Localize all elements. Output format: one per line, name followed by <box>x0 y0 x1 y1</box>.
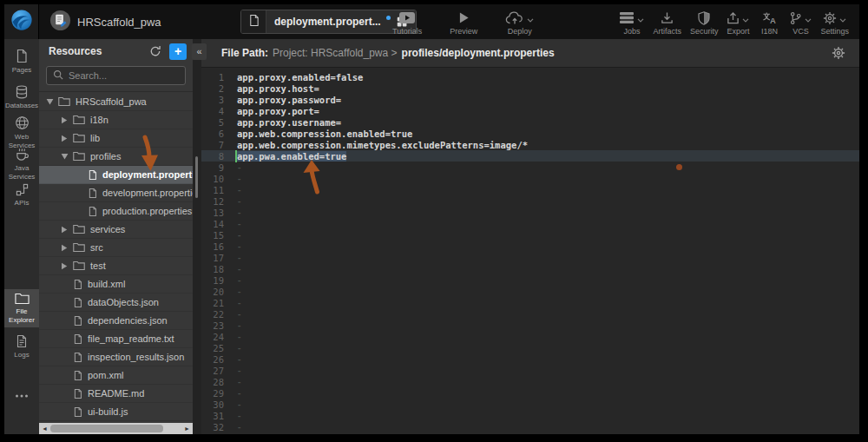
horizontal-scrollbar-thumb[interactable] <box>50 425 163 432</box>
code-line-23[interactable]: 23- <box>201 320 859 331</box>
project-switcher[interactable]: HRScaffold_pwa <box>49 4 161 39</box>
code-line-15[interactable]: 15- <box>201 229 859 241</box>
sidebar-item-logs[interactable]: Logs <box>4 331 39 363</box>
code-line-24[interactable]: 24- <box>201 331 859 342</box>
code-line-2[interactable]: 2app.proxy.host= <box>201 82 859 94</box>
tree-item-lib[interactable]: lib <box>39 129 193 148</box>
code-line-19[interactable]: 19- <box>201 274 859 286</box>
refresh-icon[interactable] <box>149 45 161 57</box>
deploy-button[interactable]: Deploy <box>505 10 534 36</box>
code-area[interactable]: 1app.proxy.enabled=false2app.proxy.host=… <box>201 68 859 434</box>
code-text: app.proxy.enabled=false <box>237 72 363 82</box>
code-line-6[interactable]: 6app.web.compression.enabled=true <box>201 128 859 139</box>
code-line-14[interactable]: 14- <box>201 218 859 229</box>
code-line-1[interactable]: 1app.proxy.enabled=false <box>201 71 859 82</box>
artifacts-button[interactable]: Artifacts <box>653 10 681 36</box>
resource-search[interactable] <box>46 66 186 85</box>
tree-item-test[interactable]: test <box>39 257 193 275</box>
settings-button[interactable]: Settings <box>820 10 849 36</box>
code-line-9[interactable]: 9- <box>201 162 859 173</box>
caret-right-icon[interactable] <box>61 262 73 270</box>
collapse-panel-button[interactable]: « <box>192 43 207 60</box>
page-icon <box>15 49 29 63</box>
sidebar-item-apis[interactable]: APIs <box>4 180 39 211</box>
jobs-button[interactable]: Jobs <box>619 10 644 36</box>
code-line-12[interactable]: 12- <box>201 195 859 207</box>
code-line-8[interactable]: 8app.pwa.enabled=true <box>201 150 859 162</box>
code-line-30[interactable]: 30- <box>201 399 859 410</box>
scroll-left-arrow-icon[interactable]: ◄ <box>39 423 50 434</box>
code-line-10[interactable]: 10- <box>201 173 859 184</box>
code-line-28[interactable]: 28- <box>201 376 859 387</box>
code-line-5[interactable]: 5app.proxy.username= <box>201 116 859 128</box>
sidebar-item-pages[interactable]: Pages <box>4 45 39 78</box>
file-tab-type-icon[interactable] <box>241 10 266 33</box>
tree-item-ui-build-js[interactable]: ui-build.js <box>39 403 193 421</box>
search-input[interactable] <box>69 70 179 81</box>
caret-right-icon[interactable] <box>61 116 73 124</box>
line-number: 22 <box>201 309 224 320</box>
line-number: 21 <box>201 298 224 308</box>
tree-item-src[interactable]: src <box>39 239 193 257</box>
tree-item-build-xml[interactable]: build.xml <box>39 275 193 294</box>
tree-item-hrscaffold-pwa[interactable]: HRScaffold_pwa <box>39 93 193 111</box>
tree-item-i18n[interactable]: i18n <box>39 111 193 129</box>
code-line-3[interactable]: 3app.proxy.password= <box>201 94 859 105</box>
tree-horizontal-scrollbar[interactable]: ◄ ► <box>39 423 193 434</box>
security-button[interactable]: Security <box>690 10 719 36</box>
code-line-18[interactable]: 18- <box>201 263 859 274</box>
line-number: 14 <box>201 219 224 229</box>
empty-line-marker: - <box>237 276 241 285</box>
sidebar-item-file-explorer[interactable]: File Explorer <box>4 289 39 327</box>
editor-settings-gear-icon[interactable] <box>832 46 845 60</box>
tree-item-production-properties[interactable]: production.properties <box>39 202 193 221</box>
empty-line-marker: - <box>237 242 241 251</box>
app-logo[interactable] <box>4 4 39 39</box>
code-line-29[interactable]: 29- <box>201 387 859 399</box>
tree-item-inspection-results-json[interactable]: inspection_results.json <box>39 348 193 366</box>
tree-item-dataobjects-json[interactable]: dataObjects.json <box>39 294 193 312</box>
code-line-33[interactable]: 33- <box>201 432 859 434</box>
code-line-21[interactable]: 21- <box>201 297 859 308</box>
preview-button[interactable]: Preview <box>450 10 477 36</box>
sidebar-item-databases[interactable]: Databases <box>4 82 39 114</box>
code-line-20[interactable]: 20- <box>201 286 859 297</box>
tree-item-pom-xml[interactable]: pom.xml <box>39 366 193 385</box>
code-line-16[interactable]: 16- <box>201 241 859 252</box>
vcs-button[interactable]: VCS <box>789 10 812 36</box>
tree-item-dependencies-json[interactable]: dependencies.json <box>39 312 193 330</box>
tree-item-development-properties[interactable]: development.properties <box>39 184 193 202</box>
code-line-7[interactable]: 7app.web.compression.mimetypes.excludePa… <box>201 139 859 150</box>
code-line-11[interactable]: 11- <box>201 184 859 195</box>
sidebar-item-label: Databases <box>4 102 39 110</box>
tree-item-file-map-readme-txt[interactable]: file_map_readme.txt <box>39 330 193 348</box>
caret-right-icon[interactable] <box>61 135 73 142</box>
code-line-22[interactable]: 22- <box>201 308 859 320</box>
tree-item-profiles[interactable]: profiles <box>39 148 193 166</box>
tree-item-services[interactable]: services <box>39 221 193 239</box>
caret-down-icon[interactable] <box>61 153 73 160</box>
line-number: 13 <box>201 208 224 218</box>
code-line-25[interactable]: 25- <box>201 342 859 353</box>
sidebar-item-more[interactable] <box>4 391 39 401</box>
caret-right-icon[interactable] <box>61 226 73 234</box>
caret-right-icon[interactable] <box>61 244 73 252</box>
caret-down-icon[interactable] <box>46 98 58 105</box>
code-line-17[interactable]: 17- <box>201 252 859 263</box>
export-button[interactable]: Export <box>727 10 749 36</box>
code-line-4[interactable]: 4app.proxy.port= <box>201 105 859 116</box>
code-line-31[interactable]: 31- <box>201 410 859 421</box>
code-line-27[interactable]: 27- <box>201 365 859 376</box>
code-line-13[interactable]: 13- <box>201 207 859 218</box>
tree-item-deployment-properties[interactable]: deployment.properties <box>39 166 193 184</box>
file-tab-label: deployment.propert... <box>274 16 381 28</box>
tree-vertical-scrollbar-thumb[interactable] <box>195 156 198 198</box>
sidebar-item-java-services[interactable]: Java Services <box>4 144 39 184</box>
code-line-32[interactable]: 32- <box>201 421 859 432</box>
add-resource-button[interactable]: + <box>169 43 187 60</box>
code-line-26[interactable]: 26- <box>201 353 859 365</box>
tutorials-button[interactable]: Tutorials <box>392 10 422 36</box>
tree-item-readme-md[interactable]: README.md <box>39 385 193 403</box>
scroll-right-arrow-icon[interactable]: ► <box>181 423 193 434</box>
i18n-button[interactable]: AI18N <box>758 10 780 36</box>
